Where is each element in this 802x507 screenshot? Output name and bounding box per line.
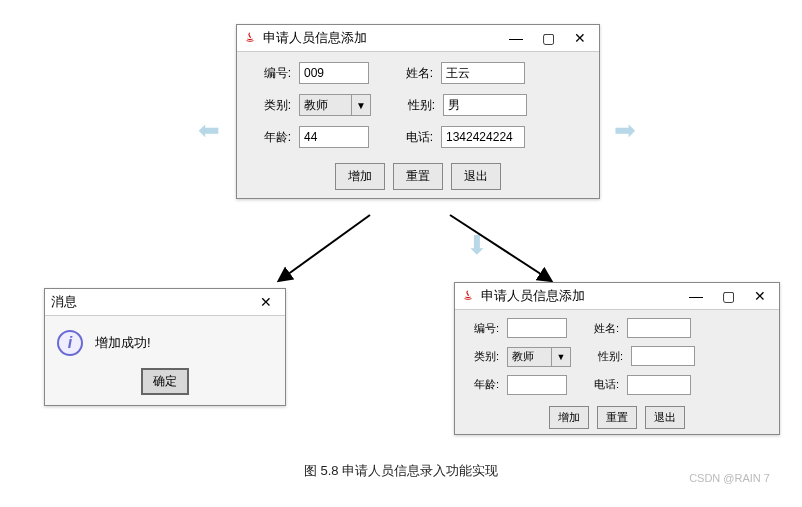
- titlebar: 申请人员信息添加 — ▢ ✕: [237, 25, 599, 52]
- label-sex: 性别:: [585, 349, 625, 364]
- input-sex[interactable]: [631, 346, 695, 366]
- flow-arrow-right-icon: [440, 210, 570, 290]
- input-name[interactable]: [441, 62, 525, 84]
- close-icon[interactable]: ✕: [573, 31, 587, 45]
- minimize-icon[interactable]: —: [689, 289, 703, 303]
- reset-button[interactable]: 重置: [597, 406, 637, 429]
- label-name: 姓名:: [387, 65, 435, 82]
- label-name: 姓名:: [581, 321, 621, 336]
- maximize-icon[interactable]: ▢: [721, 289, 735, 303]
- titlebar: 申请人员信息添加 — ▢ ✕: [455, 283, 779, 310]
- input-phone[interactable]: [441, 126, 525, 148]
- label-age: 年龄:: [245, 129, 293, 146]
- label-age: 年龄:: [461, 377, 501, 392]
- figure-caption: 图 5.8 申请人员信息录入功能实现: [0, 462, 802, 480]
- close-icon[interactable]: ✕: [753, 289, 767, 303]
- info-icon: i: [57, 330, 83, 356]
- hint-arrow-right-icon: ➡: [614, 115, 636, 146]
- window-applicant-add-bottom: 申请人员信息添加 — ▢ ✕ 编号: 姓名: 类别: 教师 ▼ 性别:: [454, 282, 780, 435]
- exit-button[interactable]: 退出: [645, 406, 685, 429]
- select-category-value: 教师: [300, 95, 352, 116]
- titlebar: 消息 ✕: [45, 289, 285, 316]
- chevron-down-icon: ▼: [552, 352, 570, 362]
- close-icon[interactable]: ✕: [259, 295, 273, 309]
- dialog-message: 消息 ✕ i 增加成功! 确定: [44, 288, 286, 406]
- java-icon: [243, 31, 257, 45]
- dialog-text: 增加成功!: [95, 334, 151, 352]
- add-button[interactable]: 增加: [335, 163, 385, 190]
- hint-arrow-left-icon: ⬅: [198, 115, 220, 146]
- input-name[interactable]: [627, 318, 691, 338]
- input-id[interactable]: [507, 318, 567, 338]
- exit-button[interactable]: 退出: [451, 163, 501, 190]
- maximize-icon[interactable]: ▢: [541, 31, 555, 45]
- watermark: CSDN @RAIN 7: [689, 472, 770, 484]
- input-age[interactable]: [299, 126, 369, 148]
- select-category[interactable]: 教师 ▼: [299, 94, 371, 116]
- chevron-down-icon: ▼: [352, 100, 370, 111]
- java-icon: [461, 289, 475, 303]
- svg-line-0: [280, 215, 370, 280]
- input-id[interactable]: [299, 62, 369, 84]
- dialog-title: 消息: [51, 293, 77, 311]
- label-phone: 电话:: [387, 129, 435, 146]
- window-applicant-add-top: 申请人员信息添加 — ▢ ✕ 编号: 姓名: 类别: 教师 ▼ 性别:: [236, 24, 600, 199]
- select-category-value: 教师: [508, 347, 552, 366]
- reset-button[interactable]: 重置: [393, 163, 443, 190]
- window-title: 申请人员信息添加: [481, 287, 585, 305]
- select-category[interactable]: 教师 ▼: [507, 347, 571, 367]
- add-button[interactable]: 增加: [549, 406, 589, 429]
- label-phone: 电话:: [581, 377, 621, 392]
- input-age[interactable]: [507, 375, 567, 395]
- flow-arrow-left-icon: [260, 210, 380, 290]
- svg-line-1: [450, 215, 550, 280]
- input-phone[interactable]: [627, 375, 691, 395]
- ok-button[interactable]: 确定: [141, 368, 189, 395]
- input-sex[interactable]: [443, 94, 527, 116]
- minimize-icon[interactable]: —: [509, 31, 523, 45]
- label-sex: 性别:: [389, 97, 437, 114]
- label-id: 编号:: [245, 65, 293, 82]
- window-title: 申请人员信息添加: [263, 29, 367, 47]
- label-category: 类别:: [461, 349, 501, 364]
- label-id: 编号:: [461, 321, 501, 336]
- label-category: 类别:: [245, 97, 293, 114]
